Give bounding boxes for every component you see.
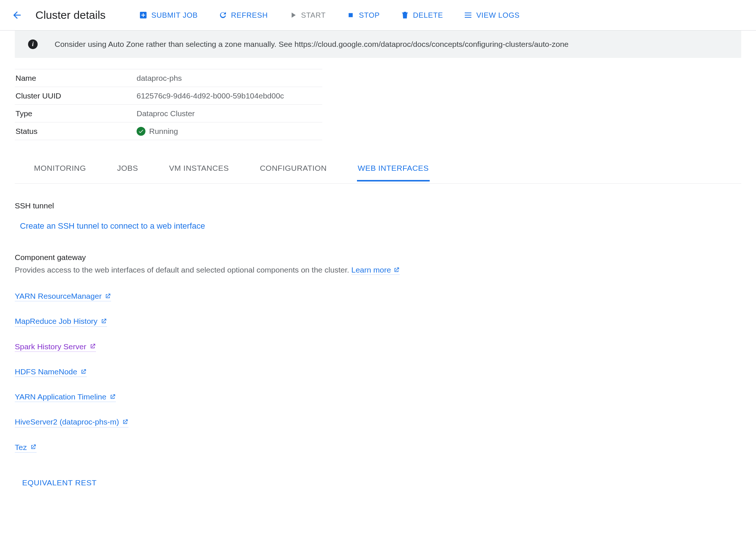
refresh-button[interactable]: REFRESH	[219, 11, 268, 20]
status-running-text: Running	[149, 127, 178, 136]
info-banner: i Consider using Auto Zone rather than s…	[15, 31, 741, 58]
tab-monitoring[interactable]: MONITORING	[33, 162, 87, 180]
prop-status-label: Status	[15, 127, 137, 136]
tabs: MONITORING JOBS VM INSTANCES CONFIGURATI…	[15, 162, 741, 184]
create-ssh-tunnel-link[interactable]: Create an SSH tunnel to connect to a web…	[20, 221, 205, 231]
delete-button[interactable]: DELETE	[401, 11, 443, 20]
prop-type-label: Type	[15, 109, 137, 118]
prop-row-status: Status Running	[15, 122, 322, 140]
page-title: Cluster details	[35, 9, 106, 21]
link-text: YARN ResourceManager	[15, 291, 102, 301]
link-tez[interactable]: Tez	[15, 442, 37, 453]
link-text: Tez	[15, 442, 27, 452]
prop-row-name: Name dataproc-phs	[15, 69, 322, 87]
prop-row-type: Type Dataproc Cluster	[15, 105, 322, 122]
gateway-desc-text: Provides access to the web interfaces of…	[15, 266, 351, 274]
link-spark-history-server[interactable]: Spark History Server	[15, 342, 96, 352]
prop-uuid-value: 612576c9-9d46-4d92-b000-59b104ebd00c	[137, 91, 284, 100]
web-interfaces-content: SSH tunnel Create an SSH tunnel to conne…	[15, 201, 741, 487]
play-icon	[289, 11, 298, 20]
trash-icon	[401, 11, 409, 20]
link-text: HiveServer2 (dataproc-phs-m)	[15, 417, 119, 427]
prop-name-value: dataproc-phs	[137, 74, 182, 83]
logs-icon	[464, 11, 472, 20]
ssh-tunnel-heading: SSH tunnel	[15, 201, 741, 210]
link-yarn-resource-manager[interactable]: YARN ResourceManager	[15, 291, 111, 301]
stop-label: STOP	[359, 11, 380, 20]
link-yarn-application-timeline[interactable]: YARN Application Timeline	[15, 392, 116, 402]
submit-job-button[interactable]: SUBMIT JOB	[139, 11, 198, 20]
component-gateway-description: Provides access to the web interfaces of…	[15, 266, 741, 275]
submit-job-label: SUBMIT JOB	[151, 11, 198, 20]
refresh-icon	[219, 11, 227, 20]
open-new-icon	[109, 394, 116, 400]
view-logs-button[interactable]: VIEW LOGS	[464, 11, 520, 20]
open-new-icon	[393, 267, 400, 273]
learn-more-link[interactable]: Learn more	[351, 266, 400, 275]
stop-button[interactable]: STOP	[346, 11, 380, 20]
open-new-icon	[100, 318, 107, 325]
prop-uuid-label: Cluster UUID	[15, 91, 137, 100]
equivalent-rest-button[interactable]: EQUIVALENT REST	[22, 478, 741, 487]
open-new-icon	[80, 368, 87, 375]
view-logs-label: VIEW LOGS	[476, 11, 520, 20]
back-button[interactable]	[9, 7, 25, 23]
toolbar-actions: SUBMIT JOB REFRESH START STOP DELETE	[139, 11, 520, 20]
info-icon: i	[28, 39, 38, 49]
open-new-icon	[89, 343, 96, 350]
link-text: HDFS NameNode	[15, 367, 77, 377]
toolbar: Cluster details SUBMIT JOB REFRESH START…	[0, 0, 756, 31]
refresh-label: REFRESH	[231, 11, 268, 20]
prop-status-value: Running	[137, 127, 178, 136]
link-hdfs-namenode[interactable]: HDFS NameNode	[15, 367, 87, 377]
arrow-back-icon	[11, 10, 23, 21]
link-text: Spark History Server	[15, 342, 86, 351]
open-new-icon	[122, 419, 128, 425]
cluster-properties-table: Name dataproc-phs Cluster UUID 612576c9-…	[15, 69, 322, 140]
open-new-icon	[104, 293, 111, 299]
prop-name-label: Name	[15, 74, 137, 83]
link-mapreduce-job-history[interactable]: MapReduce Job History	[15, 316, 107, 326]
tab-web-interfaces[interactable]: WEB INTERFACES	[357, 162, 430, 181]
start-label: START	[301, 11, 326, 20]
link-text: MapReduce Job History	[15, 316, 97, 326]
link-hiveserver2[interactable]: HiveServer2 (dataproc-phs-m)	[15, 417, 128, 427]
delete-label: DELETE	[413, 11, 443, 20]
prop-row-uuid: Cluster UUID 612576c9-9d46-4d92-b000-59b…	[15, 87, 322, 105]
prop-type-value: Dataproc Cluster	[137, 109, 195, 118]
tab-configuration[interactable]: CONFIGURATION	[259, 162, 327, 180]
gateway-links-list: YARN ResourceManager MapReduce Job Histo…	[15, 291, 741, 453]
learn-more-text: Learn more	[351, 266, 391, 274]
plus-box-icon	[139, 11, 148, 20]
stop-icon	[346, 11, 355, 20]
open-new-icon	[30, 444, 37, 450]
component-gateway-heading: Component gateway	[15, 253, 741, 262]
tab-jobs[interactable]: JOBS	[116, 162, 139, 180]
start-button: START	[289, 11, 326, 20]
tab-vm-instances[interactable]: VM INSTANCES	[168, 162, 230, 180]
status-running-icon	[137, 127, 145, 136]
link-text: YARN Application Timeline	[15, 392, 106, 402]
info-banner-text: Consider using Auto Zone rather than sel…	[55, 40, 568, 49]
